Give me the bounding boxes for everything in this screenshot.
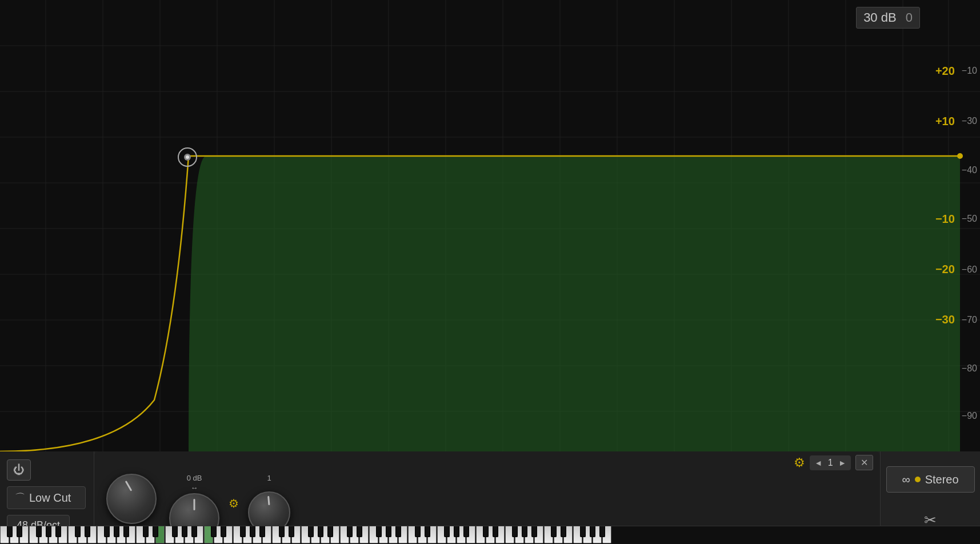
eq-handle-center — [186, 155, 189, 159]
piano-black-key[interactable] — [7, 526, 13, 537]
db-label-minus60: −60 — [962, 265, 977, 275]
gain-top-label: 0 dB — [187, 474, 202, 482]
piano-black-key[interactable] — [425, 526, 430, 537]
db-label-minus90: −90 — [962, 411, 977, 421]
filter-type-button[interactable]: ⌒ Low Cut — [7, 486, 86, 509]
piano-black-key[interactable] — [357, 526, 362, 537]
eq-display: +20 −10 +10 −30 −40 −10 −50 −20 −60 −30 … — [0, 0, 980, 451]
piano-black-key[interactable] — [211, 526, 217, 537]
band-next-button[interactable]: ► — [838, 458, 846, 467]
q-top-label: 1 — [267, 474, 271, 482]
gear-icon: ⚙ — [794, 455, 805, 470]
db-label-minus80: −80 — [962, 363, 977, 374]
piano-black-key[interactable] — [580, 526, 586, 537]
filter-type-icon: ⌒ — [13, 491, 23, 505]
eq-grid — [0, 0, 980, 451]
piano-black-key[interactable] — [463, 526, 469, 537]
piano-black-key[interactable] — [376, 526, 382, 537]
link-icon: ∞ — [902, 473, 910, 486]
freq-knob[interactable] — [106, 474, 157, 524]
piano-black-key[interactable] — [114, 526, 119, 537]
piano-black-key[interactable] — [483, 526, 489, 537]
piano-black-key[interactable] — [415, 526, 421, 537]
filter-type-label: Low Cut — [29, 491, 71, 505]
piano-black-key[interactable] — [279, 526, 285, 537]
band-panel-header: ⚙ ◄ 1 ► ✕ — [94, 451, 880, 474]
piano-black-key[interactable] — [55, 526, 61, 537]
power-icon: ⏻ — [13, 463, 25, 477]
piano-black-key[interactable] — [191, 526, 197, 537]
piano-black-key[interactable] — [512, 526, 518, 537]
settings-gear-area: ⚙ — [229, 474, 239, 510]
db-label-plus20: +20 — [935, 65, 955, 78]
close-button[interactable]: ✕ — [855, 455, 873, 470]
db-label-minus70: −70 — [962, 315, 977, 325]
band-prev-button[interactable]: ◄ — [814, 458, 822, 467]
db-label-minus40: −40 — [962, 165, 977, 175]
settings-gear-icon: ⚙ — [229, 497, 239, 510]
piano-black-key[interactable] — [444, 526, 450, 537]
gear-button[interactable]: ⚙ — [794, 455, 805, 470]
piano-black-key[interactable] — [221, 526, 226, 537]
db-label-plus10: +10 — [935, 115, 955, 128]
db-label-minus30: −30 — [962, 116, 977, 126]
piano-black-key[interactable] — [531, 526, 537, 537]
piano-black-key[interactable] — [551, 526, 557, 537]
piano-black-key[interactable] — [327, 526, 333, 537]
db-range-badge[interactable]: 30 dB 0 — [856, 7, 920, 29]
piano-black-key[interactable] — [36, 526, 42, 537]
piano-black-key[interactable] — [123, 526, 129, 537]
db-label-minus50: −50 — [962, 214, 977, 224]
band-nav: ◄ 1 ► — [810, 455, 851, 470]
db-label-minus10: −10 — [962, 66, 977, 76]
piano-black-key[interactable] — [454, 526, 459, 537]
piano-black-key[interactable] — [240, 526, 246, 537]
power-button[interactable]: ⏻ — [7, 459, 31, 481]
db-label-minus20: −20 — [935, 263, 955, 276]
piano-black-key[interactable] — [182, 526, 187, 537]
piano-black-key[interactable] — [318, 526, 323, 537]
piano-black-key[interactable] — [493, 526, 498, 537]
piano-black-key[interactable] — [259, 526, 265, 537]
piano-black-key[interactable] — [522, 526, 527, 537]
stereo-label: Stereo — [925, 473, 959, 486]
piano-black-key[interactable] — [289, 526, 294, 537]
piano-black-key[interactable] — [17, 526, 22, 537]
piano-black-key[interactable] — [590, 526, 595, 537]
piano-keyboard[interactable] — [0, 526, 980, 544]
gain-center-icon: ↔ — [191, 483, 198, 492]
band-number: 1 — [826, 458, 835, 468]
piano-black-key[interactable] — [308, 526, 314, 537]
stereo-dot-indicator — [915, 477, 921, 482]
piano-black-key[interactable] — [561, 526, 566, 537]
stereo-button[interactable]: ∞ Stereo — [886, 466, 975, 493]
piano-black-key[interactable] — [395, 526, 401, 537]
piano-black-key[interactable] — [46, 526, 51, 537]
db-label-minus10b: −10 — [935, 213, 955, 226]
piano-black-key[interactable] — [143, 526, 149, 537]
piano-black-key[interactable] — [599, 526, 605, 537]
piano-black-key[interactable] — [75, 526, 81, 537]
piano-black-key[interactable] — [172, 526, 178, 537]
piano-black-key[interactable] — [85, 526, 90, 537]
piano-black-key[interactable] — [104, 526, 110, 537]
piano-black-key[interactable] — [153, 526, 158, 537]
piano-black-key[interactable] — [386, 526, 391, 537]
db-label-minus30b: −30 — [935, 313, 955, 326]
piano-black-key[interactable] — [250, 526, 255, 537]
piano-black-key[interactable] — [347, 526, 353, 537]
